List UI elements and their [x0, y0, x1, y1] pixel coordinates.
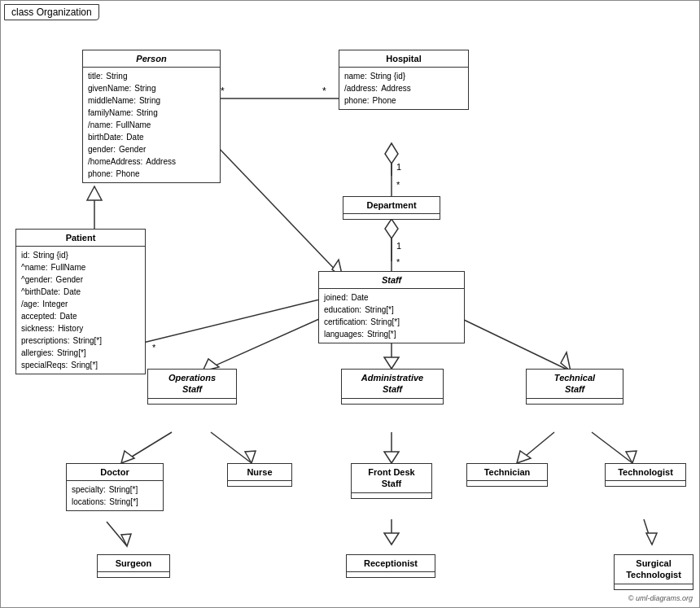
- svg-line-23: [121, 432, 172, 463]
- class-hospital-title: Hospital: [339, 50, 468, 68]
- class-department-attrs: [343, 214, 440, 219]
- svg-marker-30: [517, 451, 531, 463]
- svg-marker-38: [646, 533, 657, 545]
- svg-text:*: *: [396, 257, 400, 267]
- class-patient-attrs: id:String {id} ^name:FullName ^gender:Ge…: [16, 247, 145, 374]
- class-administrative-staff-title: AdministrativeStaff: [342, 370, 443, 399]
- class-technical-staff: TechnicalStaff: [526, 369, 623, 405]
- svg-marker-26: [245, 451, 256, 463]
- svg-line-39: [143, 294, 343, 343]
- class-patient-title: Patient: [16, 230, 145, 247]
- class-technologist-title: Technologist: [606, 464, 685, 481]
- class-hospital: Hospital name:String {id} /address:Addre…: [339, 50, 469, 110]
- class-department: Department: [343, 196, 440, 220]
- class-doctor: Doctor specialty:String[*] locations:Str…: [66, 463, 164, 511]
- class-operations-staff-title: OperationsStaff: [148, 370, 236, 399]
- class-person-attrs: title:String givenName:String middleName…: [83, 68, 220, 182]
- class-staff-attrs: joined:Date education:String[*] certific…: [319, 289, 464, 343]
- svg-marker-34: [121, 534, 131, 546]
- svg-line-25: [211, 432, 252, 463]
- class-doctor-attrs: specialty:String[*] locations:String[*]: [67, 481, 163, 510]
- class-hospital-attrs: name:String {id} /address:Address phone:…: [339, 68, 468, 109]
- class-department-title: Department: [343, 197, 440, 214]
- class-nurse: Nurse: [227, 463, 292, 487]
- class-operations-staff: OperationsStaff: [147, 369, 237, 405]
- svg-line-31: [592, 432, 632, 463]
- class-technical-staff-title: TechnicalStaff: [527, 370, 623, 399]
- svg-line-15: [217, 146, 343, 278]
- class-surgical-technologist-title: SurgicalTechnologist: [615, 555, 693, 584]
- diagram-container: class Organization * * 1 * 1 *: [0, 0, 700, 608]
- svg-line-29: [517, 432, 554, 463]
- svg-marker-24: [121, 451, 134, 463]
- svg-marker-4: [385, 143, 398, 164]
- svg-marker-28: [384, 452, 399, 463]
- class-staff-title: Staff: [319, 272, 464, 289]
- svg-text:1: 1: [396, 241, 401, 251]
- class-receptionist-title: Receptionist: [347, 555, 435, 572]
- svg-marker-14: [87, 186, 102, 200]
- class-nurse-title: Nurse: [228, 464, 291, 481]
- class-staff: Staff joined:Date education:String[*] ce…: [318, 271, 465, 343]
- class-technologist: Technologist: [605, 463, 686, 487]
- svg-marker-36: [384, 533, 399, 545]
- class-person-title: Person: [83, 50, 220, 68]
- class-doctor-title: Doctor: [67, 464, 163, 481]
- diagram-title: class Organization: [4, 4, 99, 20]
- class-technician-title: Technician: [467, 464, 547, 481]
- class-front-desk-staff: Front DeskStaff: [351, 463, 432, 499]
- class-administrative-staff: AdministrativeStaff: [341, 369, 444, 405]
- svg-text:*: *: [152, 343, 156, 352]
- class-person: Person title:String givenName:String mid…: [82, 50, 221, 183]
- svg-line-33: [107, 522, 127, 546]
- svg-line-37: [644, 519, 652, 545]
- svg-marker-32: [626, 451, 637, 463]
- class-patient: Patient id:String {id} ^name:FullName ^g…: [15, 229, 146, 374]
- svg-text:*: *: [221, 85, 225, 97]
- class-technician: Technician: [466, 463, 548, 487]
- svg-marker-9: [385, 219, 398, 238]
- copyright: © uml-diagrams.org: [628, 594, 693, 602]
- class-surgeon: Surgeon: [97, 554, 170, 578]
- class-surgeon-title: Surgeon: [98, 555, 169, 572]
- class-receptionist: Receptionist: [346, 554, 435, 578]
- svg-text:1: 1: [396, 162, 401, 172]
- svg-marker-20: [384, 357, 399, 369]
- svg-text:*: *: [322, 85, 326, 97]
- class-surgical-technologist: SurgicalTechnologist: [614, 554, 693, 590]
- svg-text:*: *: [396, 180, 400, 190]
- class-front-desk-staff-title: Front DeskStaff: [352, 464, 431, 493]
